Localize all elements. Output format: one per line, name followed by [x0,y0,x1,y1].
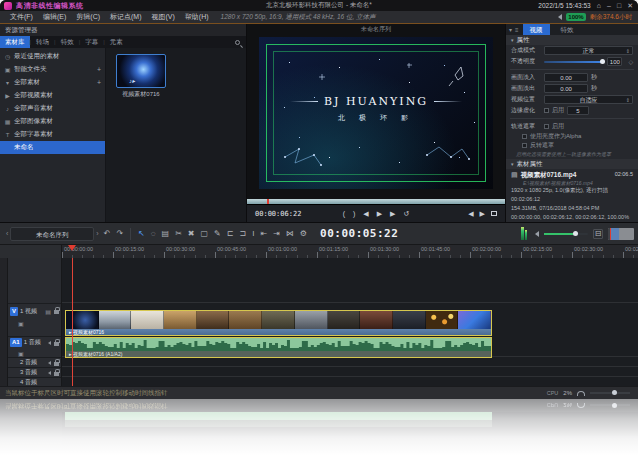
tree-item-recent[interactable]: ◷ 最近使用的素材 [0,50,105,63]
track-content-area[interactable]: ▸ 视频素材0716 ▸ 视频素材0716 (A1/A2) [62,258,638,386]
timeline-ruler[interactable]: 00:00:00:00 00:00:15:00 00:00:30:00 00:0… [0,244,638,258]
clip-thumbnail-image[interactable]: ♪▸ [116,54,166,88]
delete-tool-icon[interactable]: ✖ [188,227,195,241]
opacity-slider[interactable] [544,61,604,63]
tab-transitions[interactable]: 转场 [31,36,54,48]
search-icon[interactable] [235,40,240,45]
sequence-tab[interactable]: 未命名序列 [10,227,94,241]
menu-edit[interactable]: 编辑(E) [43,12,66,22]
goto-end-icon[interactable]: ⇥ [273,227,280,241]
lock-icon[interactable] [54,342,59,346]
film-icon[interactable]: ▤ [45,308,51,315]
tab-effects[interactable]: 特效 [56,36,79,48]
razor-tool-icon[interactable]: ✂ [175,227,182,241]
keyframe-icon[interactable]: ◇ [628,58,633,65]
audio-clip[interactable]: ▸ 视频素材0716 (A1/A2) [65,337,492,358]
speaker-icon[interactable] [46,361,51,365]
pen-tool-icon[interactable]: ✎ [214,227,221,241]
trim-in-tool-icon[interactable]: ⊏ [227,227,234,241]
video-position-select[interactable]: 自适应 ⇕ [544,95,633,104]
menu-clip[interactable]: 剪辑(C) [76,12,100,22]
volume-slider[interactable] [544,233,588,235]
tree-item-smart-folder[interactable]: ▣ 智能文件夹 + [0,63,105,76]
snap-tool-icon[interactable]: ⋈ [286,227,294,241]
monitor-icon[interactable]: ▣ [18,320,24,327]
fullscreen-button[interactable] [491,211,497,216]
ruler-scale[interactable]: 00:00:00:00 00:00:15:00 00:00:30:00 00:0… [62,245,638,259]
tab-video-properties[interactable]: 视频 [523,24,550,35]
undo-icon[interactable]: ↶ [104,227,111,241]
invert-matte-checkbox[interactable] [522,143,527,148]
text-tool-icon[interactable]: I [252,227,254,241]
play-button[interactable]: ▶ [377,209,382,219]
goto-out-button[interactable]: ▶ [480,209,485,219]
section-properties-header[interactable]: ▾ 属性 [506,35,638,45]
tab-titles[interactable]: 字幕 [80,36,103,48]
cursor-tool-icon[interactable]: ↖ [138,227,145,241]
menu-file[interactable]: 文件(F) [10,12,33,22]
monitor-volume-slider[interactable] [590,392,630,394]
zoom-out-button[interactable]: ⊟ [593,229,603,239]
home-icon[interactable]: ⌂ [597,1,601,10]
playhead-marker[interactable] [68,245,76,255]
tab-elements[interactable]: 元素 [105,36,128,48]
lock-icon[interactable] [54,310,59,314]
speaker-icon[interactable] [532,231,539,237]
waveform-icon[interactable]: ▣ [18,350,24,357]
mark-out-button[interactable]: ) [353,209,355,219]
lasso-tool-icon[interactable]: ◌ [151,227,156,241]
clip-thumbnail-item[interactable]: ♪▸ 视频素材0716 [116,54,166,99]
timeline-minimap[interactable] [608,228,634,240]
speaker-icon[interactable] [46,341,51,345]
next-frame-button[interactable]: ▶ [390,209,395,219]
add-icon[interactable]: + [97,66,101,73]
lock-icon[interactable] [54,372,59,376]
minimize-button[interactable]: – [607,1,611,10]
audio3-track-header[interactable]: 3 音频 [8,367,61,377]
luma-alpha-checkbox[interactable] [522,134,527,139]
blend-mode-select[interactable]: 正常 ⇕ [544,46,633,55]
maximize-button[interactable]: □ [617,1,621,10]
close-button[interactable]: ✕ [627,1,633,10]
tab-material-library[interactable]: 素材库 [0,36,30,48]
speaker-icon[interactable] [46,371,51,375]
redo-icon[interactable]: ↷ [116,227,123,241]
tree-item-all-video[interactable]: ▶ 全部视频素材 [0,89,105,102]
speaker-icon[interactable] [555,14,562,20]
audio1-track-header[interactable]: A1 1 音频 [8,336,61,348]
tree-item-all-image[interactable]: ▦ 全部图像素材 [0,115,105,128]
headphones-icon[interactable] [577,391,585,396]
fade-in-input[interactable]: 0.00 [544,73,588,82]
settings-icon[interactable]: ⚙ [300,227,307,241]
tree-item-all-material[interactable]: ▾ 全部素材 + [0,76,105,89]
video-track-header[interactable]: V 1 视频 ▤ [8,303,61,318]
sequence-next-icon[interactable]: › [96,230,98,237]
opacity-value-input[interactable]: 100 [607,57,622,66]
clip-tool-icon[interactable]: ▤ [162,227,170,241]
goto-start-icon[interactable]: ⇤ [260,227,267,241]
tree-item-all-audio[interactable]: ♪ 全部声音素材 [0,102,105,115]
video-clip[interactable]: ▸ 视频素材0716 [65,310,492,336]
marquee-tool-icon[interactable]: ▢ [201,227,209,241]
prev-frame-button[interactable]: ◀ [363,209,368,219]
goto-in-button[interactable]: ◀ [468,209,473,219]
menu-marker[interactable]: 标记点(M) [110,12,142,22]
audio2-track-header[interactable]: 2 音频 [8,357,61,367]
menu-icon[interactable]: ≡ [515,27,519,33]
lock-icon[interactable] [54,362,59,366]
menu-help[interactable]: 帮助(H) [185,12,209,22]
sequence-prev-icon[interactable]: ‹ [6,230,8,237]
tab-effect-properties[interactable]: 特效 [554,24,581,35]
track-collapse-strip[interactable] [0,258,8,386]
trim-out-tool-icon[interactable]: ⊐ [240,227,247,241]
collapse-icon[interactable]: ▾ [509,26,512,33]
feather-value-input[interactable]: 5 [567,106,589,115]
timeline-playhead[interactable] [72,258,73,386]
add-icon[interactable]: + [97,79,101,86]
tree-item-untitled[interactable]: 未命名 [0,141,105,154]
feather-enable-checkbox[interactable] [544,108,549,113]
audio4-track-header[interactable]: 4 音频 [8,377,61,386]
menu-view[interactable]: 视图(V) [152,12,175,22]
matte-enable-checkbox[interactable] [544,124,549,129]
tree-item-all-subtitle[interactable]: T 全部字幕素材 [0,128,105,141]
